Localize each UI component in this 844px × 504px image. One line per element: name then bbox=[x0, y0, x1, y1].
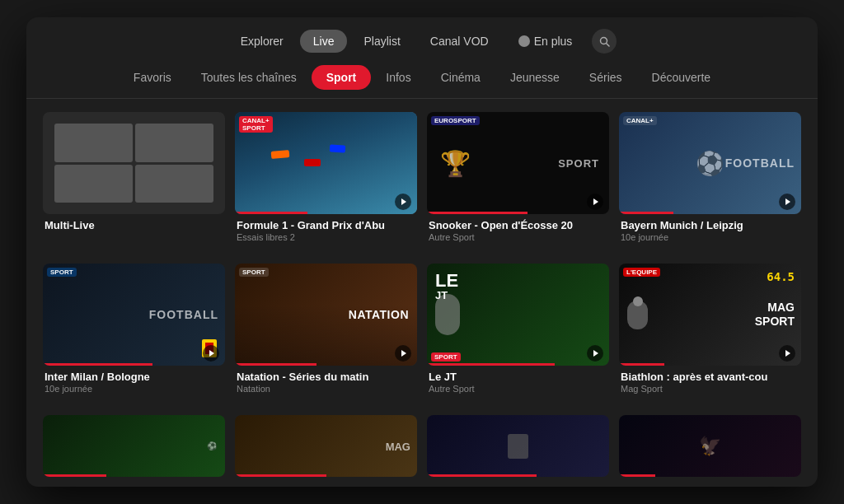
card-football1[interactable]: ⚽ FOOTBALL CANAL+ Bayern Munich / Leipzi… bbox=[619, 112, 801, 254]
search-button[interactable] bbox=[592, 29, 617, 54]
card-subtitle-lejt: Autre Sport bbox=[429, 384, 607, 394]
football1-badge: CANAL+ bbox=[623, 116, 657, 125]
card-lejt[interactable]: LEJT SPORT Le JT Autre Sport bbox=[427, 264, 609, 405]
intermilan-label: FOOTBALL bbox=[149, 308, 218, 321]
lejt-badge: SPORT bbox=[431, 352, 461, 362]
card-snooker[interactable]: 🏆 SPORT EUROSPORT Snooker - Open d'Écoss… bbox=[427, 112, 609, 254]
card-subtitle-intermilan: 10e journée bbox=[45, 384, 223, 394]
snooker-live-bar bbox=[427, 212, 528, 214]
card-title-biathlon: Biathlon : après et avant-cou bbox=[621, 371, 799, 383]
card-title-f1: Formule 1 - Grand Prix d'Abu bbox=[237, 219, 415, 231]
cat-cinema[interactable]: Cinéma bbox=[426, 65, 495, 90]
card-row3a[interactable]: ⚽ bbox=[43, 415, 225, 487]
thumb-row3c bbox=[427, 415, 609, 477]
row3d-live-bar bbox=[619, 474, 655, 477]
card-title-multilive: Multi-Live bbox=[45, 219, 223, 231]
card-natation[interactable]: NATATION SPORT Natation - Séries du mati… bbox=[235, 264, 417, 405]
card-info-intermilan: Inter Milan / Bologne 10e journée bbox=[43, 366, 225, 395]
card-title-football1: Bayern Munich / Leipzig bbox=[621, 219, 799, 231]
cat-series[interactable]: Séries bbox=[574, 65, 637, 90]
card-subtitle-football1: 10e journée bbox=[621, 232, 799, 242]
card-biathlon[interactable]: MAGSPORT 64.5 L'EQUIPE Biathlon : après … bbox=[619, 264, 801, 405]
thumb-lejt: LEJT SPORT bbox=[427, 264, 609, 366]
cat-decouverte[interactable]: Découverte bbox=[637, 65, 726, 90]
card-info-f1: Formule 1 - Grand Prix d'Abu Essais libr… bbox=[235, 214, 417, 244]
biathlon-live-bar bbox=[619, 363, 664, 366]
row3a-live-bar bbox=[43, 474, 106, 477]
lejt-label: LEJT bbox=[435, 272, 458, 301]
thumb-football1: ⚽ FOOTBALL CANAL+ bbox=[619, 112, 801, 214]
biathlon-badge: L'EQUIPE bbox=[623, 268, 660, 277]
football1-live-bar bbox=[619, 212, 673, 214]
card-f1[interactable]: CANAL+SPORT Formule 1 - Grand Prix d'Abu… bbox=[235, 112, 417, 254]
card-row3b[interactable]: MAG bbox=[235, 415, 417, 487]
biathlon-mag-label: MAGSPORT bbox=[755, 301, 795, 329]
card-subtitle-snooker: Autre Sport bbox=[429, 232, 607, 242]
card-title-intermilan: Inter Milan / Bologne bbox=[45, 371, 223, 383]
card-subtitle-natation: Natation bbox=[237, 384, 415, 394]
thumb-row3d: 🦅 bbox=[619, 415, 801, 477]
natation-badge: SPORT bbox=[239, 268, 269, 277]
top-nav: Explorer Live Playlist Canal VOD En plus bbox=[26, 17, 818, 62]
nav-live[interactable]: Live bbox=[300, 30, 348, 53]
nav-playlist[interactable]: Playlist bbox=[350, 30, 413, 53]
card-title-natation: Natation - Séries du matin bbox=[237, 371, 415, 383]
content-grid: Multi-Live CANAL+SPORT Formule 1 - Grand… bbox=[26, 99, 818, 487]
nav-explorer[interactable]: Explorer bbox=[227, 30, 297, 53]
natation-live-bar bbox=[235, 363, 316, 366]
row3b-live-bar bbox=[235, 474, 326, 477]
thumb-biathlon: MAGSPORT 64.5 L'EQUIPE bbox=[619, 264, 801, 366]
thumb-row3a: ⚽ bbox=[43, 415, 225, 477]
category-nav: Favoris Toutes les chaînes Sport Infos C… bbox=[26, 62, 818, 99]
thumb-natation: NATATION SPORT bbox=[235, 264, 417, 366]
card-multilive[interactable]: Multi-Live bbox=[43, 112, 225, 254]
thumb-snooker: 🏆 SPORT EUROSPORT bbox=[427, 112, 609, 214]
card-intermilan[interactable]: FOOTBALL SPORT Inter Milan / Bologne 10e… bbox=[43, 264, 225, 405]
svg-line-1 bbox=[606, 43, 609, 46]
biathlon-time: 64.5 bbox=[767, 270, 795, 283]
f1-badge: CANAL+SPORT bbox=[239, 116, 273, 133]
card-row3c[interactable] bbox=[427, 415, 609, 487]
search-icon bbox=[599, 36, 610, 47]
snooker-badge: EUROSPORT bbox=[431, 116, 480, 125]
card-info-multilive: Multi-Live bbox=[43, 214, 225, 233]
card-info-biathlon: Biathlon : après et avant-cou Mag Sport bbox=[619, 366, 801, 395]
card-info-snooker: Snooker - Open d'Écosse 20 Autre Sport bbox=[427, 214, 609, 244]
intermilan-badge: SPORT bbox=[47, 268, 77, 277]
app-window: Explorer Live Playlist Canal VOD En plus… bbox=[26, 17, 818, 487]
cat-favoris[interactable]: Favoris bbox=[119, 65, 186, 90]
lejt-live-bar bbox=[427, 363, 555, 366]
thumb-f1: CANAL+SPORT bbox=[235, 112, 417, 214]
f1-live-bar bbox=[235, 212, 307, 214]
thumb-intermilan: FOOTBALL SPORT bbox=[43, 264, 225, 366]
nav-en-plus[interactable]: En plus bbox=[505, 30, 586, 53]
card-row3d[interactable]: 🦅 bbox=[619, 415, 801, 487]
thumb-multilive bbox=[43, 112, 225, 214]
card-title-lejt: Le JT bbox=[429, 371, 607, 383]
card-info-natation: Natation - Séries du matin Natation bbox=[235, 366, 417, 395]
card-info-football1: Bayern Munich / Leipzig 10e journée bbox=[619, 214, 801, 244]
card-subtitle-biathlon: Mag Sport bbox=[621, 384, 799, 394]
card-subtitle-f1: Essais libres 2 bbox=[237, 232, 415, 242]
globe-icon bbox=[518, 35, 530, 47]
card-title-snooker: Snooker - Open d'Écosse 20 bbox=[429, 219, 607, 231]
card-info-lejt: Le JT Autre Sport bbox=[427, 366, 609, 395]
thumb-row3b: MAG bbox=[235, 415, 417, 477]
cat-jeunesse[interactable]: Jeunesse bbox=[495, 65, 574, 90]
row3c-live-bar bbox=[427, 474, 537, 477]
nav-canal-vod[interactable]: Canal VOD bbox=[417, 30, 502, 53]
natation-label: NATATION bbox=[349, 308, 409, 321]
cat-sport[interactable]: Sport bbox=[312, 65, 372, 90]
intermilan-live-bar bbox=[43, 363, 152, 366]
cat-toutes[interactable]: Toutes les chaînes bbox=[186, 65, 312, 90]
cat-infos[interactable]: Infos bbox=[371, 65, 425, 90]
football1-label: FOOTBALL bbox=[725, 156, 795, 170]
